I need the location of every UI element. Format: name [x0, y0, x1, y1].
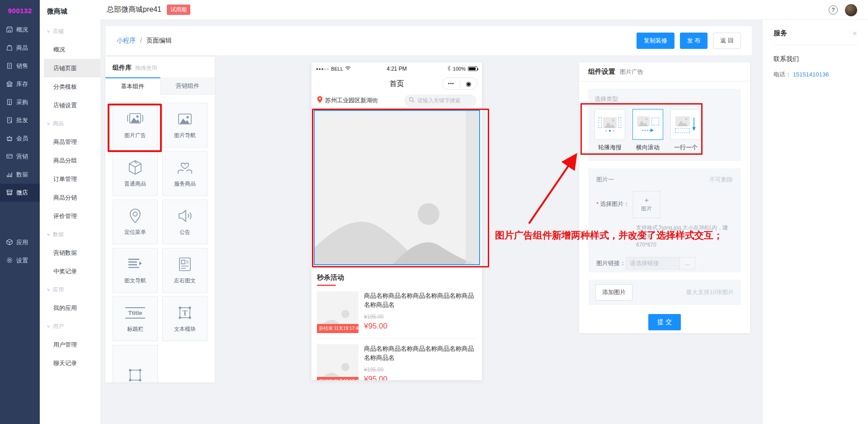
help-icon[interactable]: ? [829, 5, 838, 14]
component-card-normal-goods[interactable]: 普通商品 [113, 151, 158, 196]
rail-item-data[interactable]: 数据 [0, 166, 40, 184]
back-button[interactable]: 返 回 [713, 33, 741, 49]
copy-decoration-button[interactable]: 复制装修 [637, 33, 675, 49]
tab-marketing-components[interactable]: 营销组件 [160, 77, 215, 95]
tab-basic-components[interactable]: 基本组件 [105, 77, 160, 95]
seckill-title: 秒杀活动 [317, 272, 476, 282]
speaker-icon [177, 208, 193, 224]
bluetooth-icon [447, 66, 451, 72]
submenu-item-chat-records[interactable]: 聊天记录 [40, 354, 100, 372]
service-title: 服务 [774, 29, 787, 38]
more-dots-icon[interactable]: ••• [443, 81, 460, 86]
wifi-icon [345, 66, 351, 71]
submenu-item-lottery-records[interactable]: 中奖记录 [40, 262, 100, 281]
battery-label: 100% [453, 66, 466, 71]
phone-number[interactable]: 15151410136 [793, 71, 829, 78]
dashed-slide-icon [599, 117, 602, 128]
product-item[interactable]: 距结束 11天19:17:40 商品名称商品名称商品名称商品名称商品名称商品名 … [317, 338, 476, 380]
rail-item-apps[interactable]: 应用 [0, 233, 40, 252]
submenu-item-shop-settings[interactable]: 店铺设置 [40, 96, 100, 114]
breadcrumb: 小程序 / 页面编辑 [117, 37, 172, 45]
image-ad-component[interactable] [311, 109, 482, 268]
avatar[interactable] [845, 4, 857, 16]
rail-item-member[interactable]: 会员 [0, 129, 40, 148]
component-card-service-goods[interactable]: 服务商品 [162, 151, 208, 196]
submenu-item-marketing-data[interactable]: 营销数据 [40, 243, 100, 262]
submenu-item-goods-distribution[interactable]: 商品分销 [40, 188, 100, 207]
submenu-group-data[interactable]: ∨数据 [40, 225, 100, 243]
submenu-item-category-template[interactable]: 分类模板 [40, 77, 100, 96]
chevron-down-icon: ∨ [47, 287, 50, 292]
type-option-one-per-row[interactable]: 一行一个 [670, 109, 701, 152]
rail-item-inventory[interactable]: 库存 [0, 75, 40, 93]
chevron-down-icon: ∨ [47, 232, 50, 237]
submenu-group-goods[interactable]: ∨商品 [40, 114, 100, 133]
seckill-section: 秒杀活动 距结束 11天19:17:40 商品名称商品名称商品名称商品名称商 [311, 268, 482, 380]
submenu-group-shop[interactable]: ∨店铺 [40, 22, 100, 40]
rail-item-purchase[interactable]: 采购 [0, 93, 40, 111]
close-icon[interactable]: × [852, 29, 857, 38]
add-image-button[interactable]: 添加图片 [595, 284, 632, 300]
type-option-horizontal-scroll[interactable]: 横向滚动 [632, 109, 663, 152]
submenu-item-order-manage[interactable]: 订单管理 [40, 170, 100, 188]
submenu-item-overview[interactable]: 概况 [40, 40, 100, 59]
app-logo: 900132 [0, 0, 40, 21]
component-card-partial[interactable] [113, 345, 158, 382]
pick-link-button[interactable]: ... [680, 257, 695, 270]
product-old-price: ¥195.00 [364, 367, 476, 373]
type-option-carousel[interactable]: 轮播海报 [594, 109, 625, 152]
submenu-item-my-apps[interactable]: 我的应用 [40, 299, 100, 317]
publish-button[interactable]: 发 布 [680, 33, 708, 49]
component-card-announcement[interactable]: 公告 [162, 200, 208, 244]
location-label[interactable]: 苏州工业园区新湖街 [325, 96, 378, 105]
heart-hands-icon [177, 159, 193, 176]
rail-item-overview[interactable]: 概况 [0, 21, 40, 39]
annotation-text: 图片广告组件新增两种样式，并改变了选择样式交互； [495, 229, 723, 242]
upload-image-button[interactable]: + 图片 [633, 191, 660, 218]
submenu-item-user-manage[interactable]: 用户管理 [40, 335, 100, 354]
image-link-input[interactable] [626, 257, 680, 270]
product-item[interactable]: 距结束 11天19:17:40 商品名称商品名称商品名称商品名称商品名称商品名 … [317, 286, 476, 338]
component-card-image-nav[interactable]: 图片导航 [162, 103, 208, 148]
pick-image-row: *选择图片： + 图片 [596, 191, 733, 218]
rail-item-sales[interactable]: 销售 [0, 57, 40, 75]
phone-search-input[interactable]: 请输入关键字搜索 [404, 95, 476, 107]
product-price: ¥95.00 [364, 375, 476, 381]
dashed-next-icon [651, 118, 659, 125]
settings-header: 组件设置 图片广告 [579, 62, 750, 81]
one-per-row-style-icon [670, 109, 701, 140]
product-image: 距结束 11天19:17:40 [317, 291, 359, 333]
submenu-item-review-manage[interactable]: 评价管理 [40, 207, 100, 225]
overview-icon [6, 26, 13, 34]
component-card-location-menu[interactable]: 定位菜单 [113, 200, 158, 244]
rail-item-marketing[interactable]: 营销 [0, 148, 40, 166]
submenu-item-shop-pages[interactable]: 店铺页面 [44, 59, 100, 77]
type-options: 轮播海报 横向滚动 [594, 109, 735, 152]
component-card-title-bar[interactable]: Ttitle 标题栏 [113, 296, 158, 341]
component-card-text-module[interactable]: T 文本模块 [162, 296, 208, 341]
submenu-item-goods-manage[interactable]: 商品管理 [40, 133, 100, 151]
clock-label: 4:21 PM [370, 66, 423, 72]
add-image-section: 添加图片 最大支持10张图片 [588, 280, 741, 305]
image-ad-selected-frame[interactable] [314, 110, 480, 265]
component-card-image-ad[interactable]: 图片广告 [113, 103, 158, 148]
product-info: 商品名称商品名称商品名称商品名称商品名称商品名 ¥195.00 ¥95.00 [364, 291, 476, 333]
submit-button[interactable]: 提 交 [648, 314, 681, 330]
breadcrumb-mini-program[interactable]: 小程序 [117, 37, 136, 44]
blank-frame-icon [127, 367, 143, 383]
component-settings-panel: 组件设置 图片广告 选择类型 [579, 62, 750, 333]
arrow-down-icon [692, 117, 696, 132]
rail-item-settings[interactable]: 设置 [0, 252, 40, 270]
submenu-item-goods-group[interactable]: 商品分组 [40, 151, 100, 170]
close-target-icon[interactable]: ◉ [460, 80, 477, 87]
submenu-group-apps[interactable]: ∨应用 [40, 281, 100, 299]
rail-item-wholesale[interactable]: 批发 [0, 111, 40, 129]
rail-item-goods[interactable]: 商品 [0, 39, 40, 57]
image-nav-icon [177, 111, 193, 127]
component-card-lr-image-text[interactable]: 左右图文 [162, 248, 208, 293]
component-card-text-nav[interactable]: 图文导航 [113, 248, 158, 293]
toolbar-card: 小程序 / 页面编辑 复制装修 发 布 返 回 [106, 26, 752, 55]
submenu-group-users[interactable]: ∨用户 [40, 317, 100, 335]
miniprogram-capsule[interactable]: ••• ◉ [442, 77, 477, 90]
rail-item-store[interactable]: 微店 [0, 184, 40, 202]
